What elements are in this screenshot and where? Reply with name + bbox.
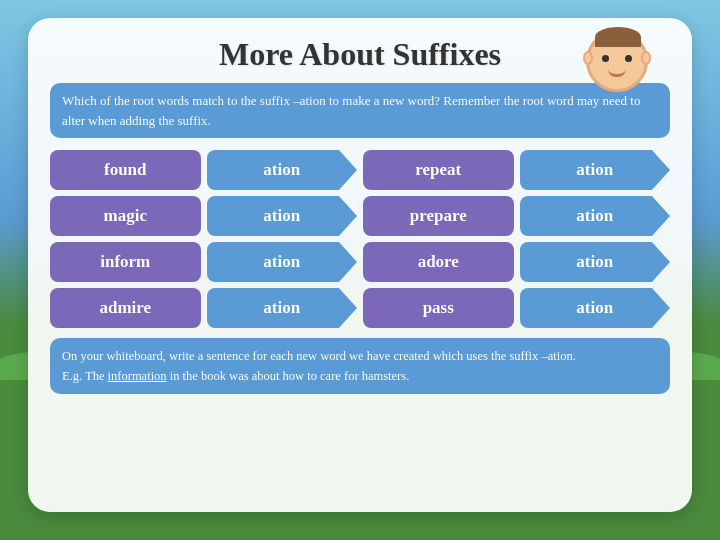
word-box-pass: pass bbox=[363, 288, 514, 328]
word-adore: adore bbox=[418, 252, 459, 271]
suffix-ation-5: ation bbox=[263, 252, 300, 271]
bottom-box: On your whiteboard, write a sentence for… bbox=[50, 338, 670, 394]
word-box-repeat: repeat bbox=[363, 150, 514, 190]
word-inform: inform bbox=[100, 252, 150, 271]
underlined-word: information bbox=[108, 369, 167, 383]
page-title: More About Suffixes bbox=[50, 36, 670, 73]
suffix-ation-8: ation bbox=[576, 298, 613, 317]
suffix-ation-1: ation bbox=[263, 160, 300, 179]
word-box-prepare: prepare bbox=[363, 196, 514, 236]
word-pass: pass bbox=[423, 298, 454, 317]
word-found: found bbox=[104, 160, 147, 179]
word-grid: found ation repeat ation magic ation pre… bbox=[50, 150, 670, 328]
word-box-found: found bbox=[50, 150, 201, 190]
bottom-line1: On your whiteboard, write a sentence for… bbox=[62, 349, 576, 383]
suffix-box-7: ation bbox=[207, 288, 358, 328]
avatar-mouth bbox=[608, 69, 626, 77]
avatar-right-eye bbox=[625, 55, 632, 62]
word-magic: magic bbox=[104, 206, 147, 225]
avatar-face bbox=[586, 30, 648, 92]
avatar bbox=[586, 30, 648, 92]
word-admire: admire bbox=[99, 298, 151, 317]
avatar-hair bbox=[595, 27, 641, 47]
suffix-ation-2: ation bbox=[576, 160, 613, 179]
word-prepare: prepare bbox=[410, 206, 467, 225]
suffix-box-8: ation bbox=[520, 288, 671, 328]
word-box-adore: adore bbox=[363, 242, 514, 282]
word-box-admire: admire bbox=[50, 288, 201, 328]
suffix-box-1: ation bbox=[207, 150, 358, 190]
suffix-box-4: ation bbox=[520, 196, 671, 236]
instruction-text: Which of the root words match to the suf… bbox=[62, 93, 640, 128]
suffix-box-5: ation bbox=[207, 242, 358, 282]
instruction-box: Which of the root words match to the suf… bbox=[50, 83, 670, 138]
avatar-right-ear bbox=[641, 51, 651, 65]
suffix-ation-3: ation bbox=[263, 206, 300, 225]
avatar-left-eye bbox=[602, 55, 609, 62]
suffix-ation-4: ation bbox=[576, 206, 613, 225]
word-box-magic: magic bbox=[50, 196, 201, 236]
word-repeat: repeat bbox=[415, 160, 461, 179]
suffix-box-6: ation bbox=[520, 242, 671, 282]
suffix-box-2: ation bbox=[520, 150, 671, 190]
main-card: More About Suffixes Which of the root wo… bbox=[28, 18, 692, 512]
word-box-inform: inform bbox=[50, 242, 201, 282]
suffix-box-3: ation bbox=[207, 196, 358, 236]
suffix-ation-7: ation bbox=[263, 298, 300, 317]
avatar-left-ear bbox=[583, 51, 593, 65]
suffix-ation-6: ation bbox=[576, 252, 613, 271]
